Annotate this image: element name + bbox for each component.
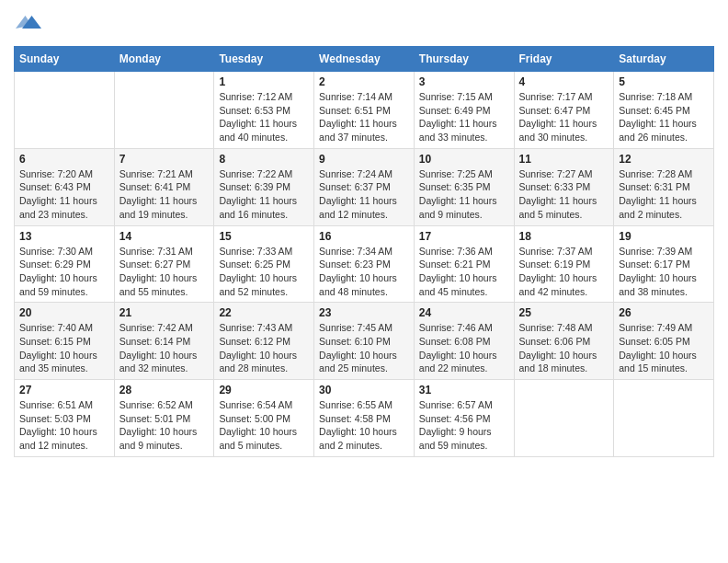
day-number: 26 [619,306,709,319]
day-cell-25: 25Sunrise: 7:48 AMSunset: 6:06 PMDayligh… [514,303,614,380]
day-number: 6 [19,153,109,166]
day-cell-31: 31Sunrise: 6:57 AMSunset: 4:56 PMDayligh… [414,380,514,457]
day-number: 25 [519,306,609,319]
day-number: 20 [19,306,109,319]
header-cell-saturday: Saturday [614,47,714,72]
day-cell-22: 22Sunrise: 7:43 AMSunset: 6:12 PMDayligh… [214,303,314,380]
day-detail: Sunrise: 7:45 AMSunset: 6:10 PMDaylight:… [319,321,409,375]
calendar-body: 1Sunrise: 7:12 AMSunset: 6:53 PMDaylight… [15,72,714,457]
day-cell-9: 9Sunrise: 7:24 AMSunset: 6:37 PMDaylight… [314,148,415,225]
day-cell-empty [114,72,214,149]
day-detail: Sunrise: 7:21 AMSunset: 6:41 PMDaylight:… [119,167,210,222]
day-cell-20: 20Sunrise: 7:40 AMSunset: 6:15 PMDayligh… [15,303,115,380]
header-cell-tuesday: Tuesday [214,47,314,72]
day-number: 2 [319,75,409,88]
day-number: 29 [219,384,309,396]
day-detail: Sunrise: 6:51 AMSunset: 5:03 PMDaylight:… [19,398,109,453]
day-cell-empty [15,72,115,149]
day-number: 22 [219,306,309,319]
calendar-header: SundayMondayTuesdayWednesdayThursdayFrid… [15,47,714,72]
day-number: 3 [419,75,509,88]
day-cell-15: 15Sunrise: 7:33 AMSunset: 6:25 PMDayligh… [214,225,314,303]
day-detail: Sunrise: 7:33 AMSunset: 6:25 PMDaylight:… [219,245,309,299]
page: SundayMondayTuesdayWednesdayThursdayFrid… [0,0,728,563]
day-number: 19 [619,230,709,243]
day-detail: Sunrise: 6:54 AMSunset: 5:00 PMDaylight:… [219,398,309,453]
day-detail: Sunrise: 7:40 AMSunset: 6:15 PMDaylight:… [19,321,109,375]
day-detail: Sunrise: 7:36 AMSunset: 6:21 PMDaylight:… [419,245,509,299]
day-detail: Sunrise: 7:30 AMSunset: 6:29 PMDaylight:… [19,245,109,299]
day-number: 8 [219,153,309,166]
day-number: 16 [319,230,409,243]
day-number: 7 [119,153,210,166]
day-cell-13: 13Sunrise: 7:30 AMSunset: 6:29 PMDayligh… [15,225,115,303]
header-cell-sunday: Sunday [15,47,115,72]
day-number: 14 [119,230,210,243]
week-row-4: 20Sunrise: 7:40 AMSunset: 6:15 PMDayligh… [15,303,714,380]
day-detail: Sunrise: 7:49 AMSunset: 6:05 PMDaylight:… [619,321,709,375]
day-cell-30: 30Sunrise: 6:55 AMSunset: 4:58 PMDayligh… [314,380,415,457]
day-detail: Sunrise: 7:43 AMSunset: 6:12 PMDaylight:… [219,321,309,375]
day-number: 1 [219,75,309,88]
day-cell-19: 19Sunrise: 7:39 AMSunset: 6:17 PMDayligh… [614,225,714,303]
day-detail: Sunrise: 7:17 AMSunset: 6:47 PMDaylight:… [519,90,609,144]
week-row-1: 1Sunrise: 7:12 AMSunset: 6:53 PMDaylight… [15,72,714,149]
day-cell-21: 21Sunrise: 7:42 AMSunset: 6:14 PMDayligh… [114,303,214,380]
header-cell-wednesday: Wednesday [314,47,415,72]
header-cell-friday: Friday [514,47,614,72]
day-detail: Sunrise: 7:28 AMSunset: 6:31 PMDaylight:… [619,167,709,222]
day-detail: Sunrise: 7:15 AMSunset: 6:49 PMDaylight:… [419,90,509,144]
day-detail: Sunrise: 7:34 AMSunset: 6:23 PMDaylight:… [319,245,409,299]
day-number: 15 [219,230,309,243]
day-cell-4: 4Sunrise: 7:17 AMSunset: 6:47 PMDaylight… [514,72,614,149]
day-detail: Sunrise: 7:37 AMSunset: 6:19 PMDaylight:… [519,245,609,299]
day-number: 21 [119,306,210,319]
day-detail: Sunrise: 7:12 AMSunset: 6:53 PMDaylight:… [219,90,309,144]
day-number: 23 [319,306,409,319]
day-cell-2: 2Sunrise: 7:14 AMSunset: 6:51 PMDaylight… [314,72,415,149]
logo-icon [16,9,41,35]
day-detail: Sunrise: 7:31 AMSunset: 6:27 PMDaylight:… [119,245,210,299]
header-row: SundayMondayTuesdayWednesdayThursdayFrid… [15,47,714,72]
day-number: 13 [19,230,109,243]
day-cell-3: 3Sunrise: 7:15 AMSunset: 6:49 PMDaylight… [414,72,514,149]
day-cell-27: 27Sunrise: 6:51 AMSunset: 5:03 PMDayligh… [15,380,115,457]
day-number: 18 [519,230,609,243]
day-detail: Sunrise: 7:22 AMSunset: 6:39 PMDaylight:… [219,167,309,222]
day-detail: Sunrise: 7:42 AMSunset: 6:14 PMDaylight:… [119,321,210,375]
day-number: 10 [419,153,509,166]
day-detail: Sunrise: 7:14 AMSunset: 6:51 PMDaylight:… [319,90,409,144]
day-number: 11 [519,153,609,166]
day-cell-17: 17Sunrise: 7:36 AMSunset: 6:21 PMDayligh… [414,225,514,303]
day-number: 27 [19,384,109,396]
logo [14,9,41,39]
header [14,9,714,39]
day-cell-28: 28Sunrise: 6:52 AMSunset: 5:01 PMDayligh… [114,380,214,457]
day-number: 30 [319,384,409,396]
day-detail: Sunrise: 7:18 AMSunset: 6:45 PMDaylight:… [619,90,709,144]
week-row-5: 27Sunrise: 6:51 AMSunset: 5:03 PMDayligh… [15,380,714,457]
day-number: 28 [119,384,210,396]
day-detail: Sunrise: 7:20 AMSunset: 6:43 PMDaylight:… [19,167,109,222]
day-cell-8: 8Sunrise: 7:22 AMSunset: 6:39 PMDaylight… [214,148,314,225]
day-cell-6: 6Sunrise: 7:20 AMSunset: 6:43 PMDaylight… [15,148,115,225]
header-cell-monday: Monday [114,47,214,72]
day-number: 24 [419,306,509,319]
day-cell-29: 29Sunrise: 6:54 AMSunset: 5:00 PMDayligh… [214,380,314,457]
day-cell-12: 12Sunrise: 7:28 AMSunset: 6:31 PMDayligh… [614,148,714,225]
day-detail: Sunrise: 7:48 AMSunset: 6:06 PMDaylight:… [519,321,609,375]
header-cell-thursday: Thursday [414,47,514,72]
day-number: 4 [519,75,609,88]
week-row-2: 6Sunrise: 7:20 AMSunset: 6:43 PMDaylight… [15,148,714,225]
day-number: 12 [619,153,709,166]
week-row-3: 13Sunrise: 7:30 AMSunset: 6:29 PMDayligh… [15,225,714,303]
day-number: 31 [419,384,509,396]
day-detail: Sunrise: 7:39 AMSunset: 6:17 PMDaylight:… [619,245,709,299]
day-detail: Sunrise: 6:52 AMSunset: 5:01 PMDaylight:… [119,398,210,453]
day-detail: Sunrise: 7:27 AMSunset: 6:33 PMDaylight:… [519,167,609,222]
day-cell-16: 16Sunrise: 7:34 AMSunset: 6:23 PMDayligh… [314,225,415,303]
day-cell-1: 1Sunrise: 7:12 AMSunset: 6:53 PMDaylight… [214,72,314,149]
day-cell-18: 18Sunrise: 7:37 AMSunset: 6:19 PMDayligh… [514,225,614,303]
calendar-table: SundayMondayTuesdayWednesdayThursdayFrid… [14,46,714,457]
day-cell-empty [614,380,714,457]
